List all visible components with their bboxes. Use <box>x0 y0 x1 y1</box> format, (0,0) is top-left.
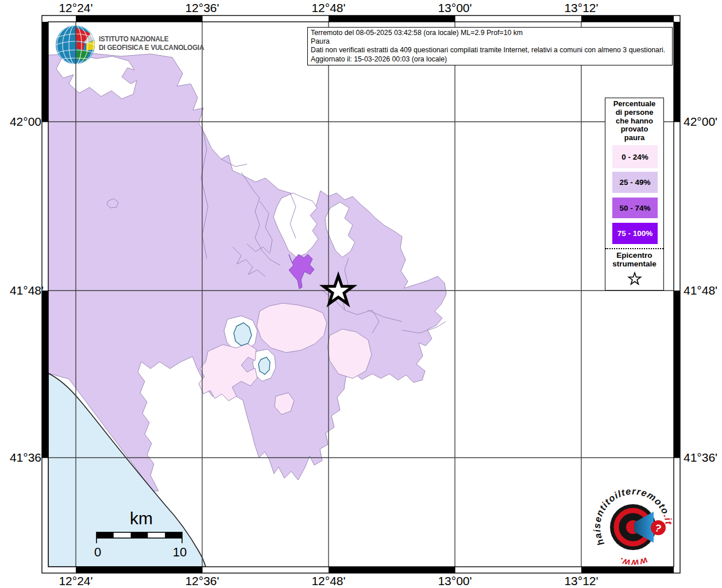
lat-label-left-0: 42°00' <box>2 115 44 129</box>
lat-label-left-2: 41°36' <box>2 451 44 465</box>
lon-label-bottom-2: 12°48' <box>311 574 345 588</box>
lon-label-top-2: 12°48' <box>311 1 345 15</box>
event-effect-line: Paura <box>311 37 669 46</box>
lon-label-top-0: 12°24' <box>59 1 92 15</box>
lon-label-bottom-4: 13°12' <box>564 574 598 588</box>
legend-star-canvas <box>605 98 665 291</box>
lon-label-bottom-0: 12°24' <box>59 574 92 588</box>
lat-label-right-0: 42°00' <box>684 115 717 129</box>
lat-label-right-1: 41°48' <box>684 284 717 297</box>
event-info-box: Terremoto del 08-05-2025 03:42:58 (ora l… <box>307 27 673 65</box>
lon-label-bottom-3: 13°00' <box>438 574 472 588</box>
event-source-line: Dati non verificati estratti da 409 ques… <box>311 46 669 55</box>
lat-label-left-1: 41°48' <box>2 284 44 297</box>
ingv-name-line2: DI GEOFISICA E VULCANOLOGIA <box>99 43 204 52</box>
scale-bar-start: 0 <box>94 545 101 559</box>
legend-box: Percentuale di persone che hanno provato… <box>605 98 664 291</box>
lon-label-top-1: 12°36' <box>185 1 219 15</box>
ingv-name-line1: ISTITUTO NAZIONALE <box>99 34 204 43</box>
ingv-wordmark: ISTITUTO NAZIONALE DI GEOFISICA E VULCAN… <box>99 34 204 52</box>
lat-label-right-2: 41°36' <box>684 451 717 465</box>
event-summary-line: Terremoto del 08-05-2025 03:42:58 (ora l… <box>311 29 669 37</box>
legend-epicenter-star-icon <box>629 273 641 284</box>
map-canvas: km 0 10 ? haisentitoilterremoto <box>0 0 722 588</box>
map-screenshot: km 0 10 ? haisentitoilterremoto <box>0 0 722 588</box>
lon-label-top-4: 13°12' <box>564 1 598 15</box>
scale-bar-end: 10 <box>173 545 187 559</box>
event-updated-line: Aggiornato il: 15-03-2026 00:03 (ora loc… <box>311 55 669 64</box>
lon-label-bottom-1: 12°36' <box>185 574 219 588</box>
scale-bar-unit: km <box>130 509 153 528</box>
lon-label-top-3: 13°00' <box>438 1 472 15</box>
